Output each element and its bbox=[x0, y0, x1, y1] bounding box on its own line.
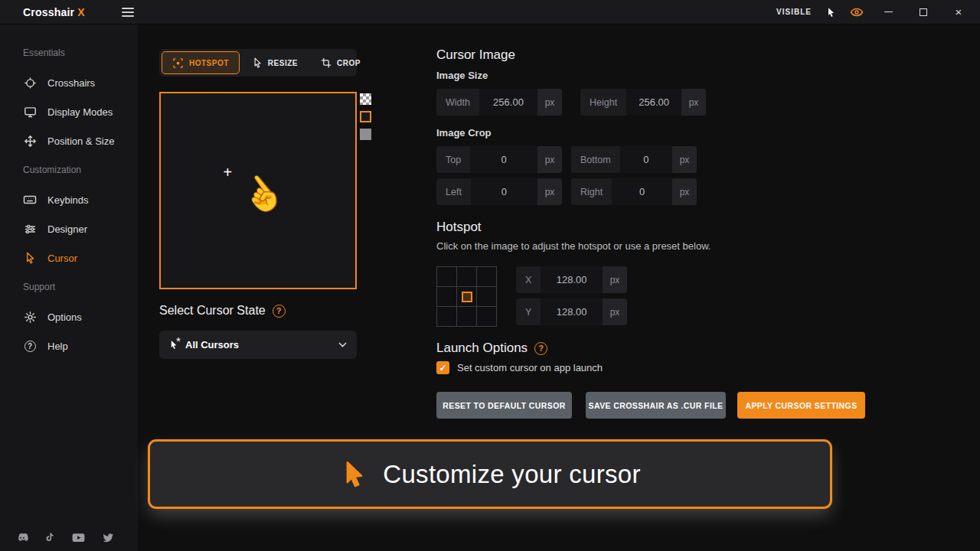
sidebar-item-label: Options bbox=[47, 311, 82, 323]
sidebar-item-keybinds[interactable]: Keybinds bbox=[0, 185, 138, 214]
crop-right-field: Right 0 px bbox=[571, 178, 697, 205]
sidebar-item-options[interactable]: Options bbox=[0, 302, 138, 331]
discord-icon[interactable] bbox=[15, 531, 29, 545]
hotspot-preset-middle-right[interactable] bbox=[477, 287, 496, 306]
hotspot-heading: Hotspot bbox=[436, 220, 482, 235]
crop-right-input[interactable]: 0 bbox=[612, 178, 672, 205]
hotspot-preset-top-center[interactable] bbox=[457, 267, 476, 286]
hotspot-preset-center[interactable] bbox=[457, 287, 476, 306]
tiktok-icon[interactable] bbox=[44, 532, 56, 543]
crop-bottom-input[interactable]: 0 bbox=[620, 146, 672, 173]
chevron-down-icon bbox=[338, 340, 348, 350]
launch-options-heading: Launch Options bbox=[436, 341, 528, 356]
unit-label: px bbox=[681, 89, 706, 116]
hotspot-preset-bottom-right[interactable] bbox=[477, 307, 496, 326]
hotspot-preset-top-left[interactable] bbox=[437, 267, 456, 286]
image-size-label: Image Size bbox=[436, 70, 488, 81]
hand-cursor-sprite: ☝ bbox=[232, 166, 289, 223]
menu-icon[interactable] bbox=[122, 8, 134, 17]
tab-label: CROP bbox=[337, 59, 361, 67]
field-label: X bbox=[516, 266, 541, 293]
hotspot-preset-bottom-center[interactable] bbox=[457, 307, 476, 326]
hotspot-icon bbox=[172, 57, 184, 69]
sidebar-item-label: Designer bbox=[47, 223, 87, 235]
hotspot-description: Click on the image to adjust the hotspot… bbox=[436, 240, 710, 252]
hotspot-preset-middle-left[interactable] bbox=[437, 287, 456, 306]
select-cursor-state-heading: Select Cursor State bbox=[159, 304, 266, 318]
launch-checkbox[interactable]: ✓ bbox=[436, 361, 449, 374]
eye-icon[interactable] bbox=[850, 5, 864, 19]
move-icon bbox=[23, 134, 37, 148]
sidebar-item-label: Help bbox=[47, 341, 68, 352]
cursor-asterisk-icon: * bbox=[168, 340, 178, 350]
crosshair-icon bbox=[23, 76, 37, 90]
help-icon[interactable]: ? bbox=[534, 342, 547, 355]
sidebar-item-cursor[interactable]: Cursor bbox=[0, 243, 138, 272]
maximize-button[interactable] bbox=[913, 1, 934, 24]
section-customization: Customization bbox=[23, 165, 81, 175]
cursor-state-dropdown[interactable]: * All Cursors bbox=[159, 331, 357, 359]
field-label: Right bbox=[571, 178, 612, 205]
preview-background-swatches bbox=[360, 93, 371, 140]
hotspot-x-input[interactable]: 128.00 bbox=[541, 266, 603, 293]
save-cur-file-button[interactable]: SAVE CROSSHAIR AS .CUR FILE bbox=[586, 392, 726, 419]
app-name-accent: X bbox=[77, 6, 85, 18]
crop-top-field: Top 0 px bbox=[436, 146, 562, 173]
sidebar-item-position-size[interactable]: Position & Size bbox=[0, 126, 138, 155]
close-button[interactable]: × bbox=[948, 1, 969, 24]
help-icon[interactable]: ? bbox=[273, 305, 286, 318]
hotspot-preset-grid bbox=[436, 266, 497, 327]
dark-background-swatch[interactable] bbox=[360, 111, 371, 122]
monitor-icon bbox=[23, 105, 37, 119]
sidebar-item-crosshairs[interactable]: Crosshairs bbox=[0, 68, 138, 97]
hotspot-y-input[interactable]: 128.00 bbox=[541, 298, 603, 325]
apply-cursor-settings-button[interactable]: APPLY CURSOR SETTINGS bbox=[737, 392, 865, 419]
tab-hotspot[interactable]: HOTSPOT bbox=[162, 51, 240, 74]
youtube-icon[interactable] bbox=[71, 530, 86, 545]
app-name: Crosshair bbox=[23, 6, 74, 18]
unit-label: px bbox=[537, 178, 562, 205]
image-crop-label: Image Crop bbox=[436, 127, 492, 139]
resize-cursor-icon bbox=[252, 57, 263, 68]
sidebar-item-help[interactable]: ? Help bbox=[0, 331, 138, 360]
sidebar: Essentials Crosshairs Display Modes Posi… bbox=[0, 24, 138, 551]
cursor-image-heading-row: Cursor Image bbox=[436, 47, 515, 63]
keyboard-icon bbox=[23, 193, 37, 207]
crop-icon bbox=[321, 57, 332, 68]
height-input[interactable]: 256.00 bbox=[626, 89, 681, 116]
crop-left-field: Left 0 px bbox=[436, 178, 562, 205]
crop-top-input[interactable]: 0 bbox=[470, 146, 537, 173]
minimize-button[interactable] bbox=[877, 1, 899, 24]
twitter-icon[interactable] bbox=[101, 531, 115, 545]
tab-resize[interactable]: RESIZE bbox=[241, 51, 309, 74]
visibility-status-label: VISIBLE bbox=[776, 8, 812, 16]
unit-label: px bbox=[603, 298, 627, 325]
launch-checkbox-row[interactable]: ✓ Set custom cursor on app launch bbox=[436, 361, 603, 374]
dropdown-selected-value: All Cursors bbox=[185, 339, 239, 350]
customize-cursor-banner[interactable]: Customize your cursor bbox=[148, 439, 832, 509]
cursor-editor-tabs: HOTSPOT RESIZE CROP bbox=[159, 49, 357, 77]
banner-title: Customize your cursor bbox=[383, 460, 640, 489]
cursor-preview-canvas[interactable]: + ☝ bbox=[159, 92, 357, 289]
field-label: Width bbox=[436, 89, 479, 116]
width-field: Width 256.00 px bbox=[436, 89, 562, 116]
sidebar-item-label: Crosshairs bbox=[47, 77, 95, 89]
reset-default-cursor-button[interactable]: RESET TO DEFAULT CURSOR bbox=[436, 392, 572, 419]
hotspot-preset-top-right[interactable] bbox=[477, 267, 496, 286]
tab-crop[interactable]: CROP bbox=[310, 51, 371, 74]
sidebar-item-display-modes[interactable]: Display Modes bbox=[0, 97, 138, 126]
crop-left-input[interactable]: 0 bbox=[471, 178, 537, 205]
width-input[interactable]: 256.00 bbox=[479, 89, 537, 116]
launch-checkbox-label: Set custom cursor on app launch bbox=[457, 362, 603, 373]
field-label: Left bbox=[436, 178, 471, 205]
field-label: Y bbox=[516, 298, 541, 325]
field-label: Height bbox=[580, 89, 626, 116]
transparent-background-swatch[interactable] bbox=[360, 93, 371, 105]
cursor-icon bbox=[23, 251, 37, 265]
unit-label: px bbox=[603, 266, 627, 293]
app-logo: Crosshair X bbox=[23, 6, 85, 18]
hotspot-preset-bottom-left[interactable] bbox=[437, 307, 456, 326]
sidebar-item-designer[interactable]: Designer bbox=[0, 214, 138, 243]
gray-background-swatch[interactable] bbox=[360, 129, 371, 140]
cursor-indicator-icon bbox=[825, 7, 836, 18]
